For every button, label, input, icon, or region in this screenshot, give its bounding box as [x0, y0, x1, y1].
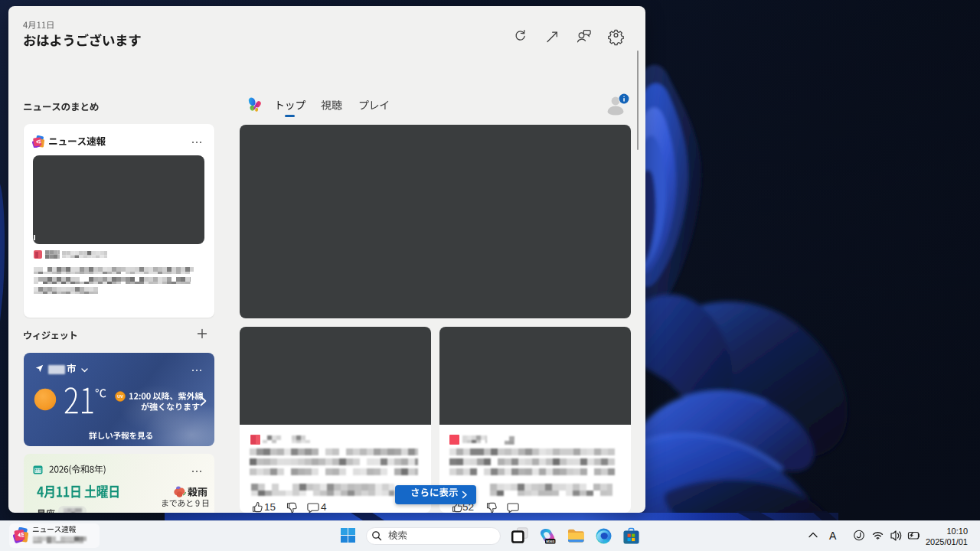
- svg-text:M365: M365: [546, 540, 555, 543]
- svg-text:UV: UV: [117, 394, 123, 399]
- svg-text:A: A: [829, 530, 837, 542]
